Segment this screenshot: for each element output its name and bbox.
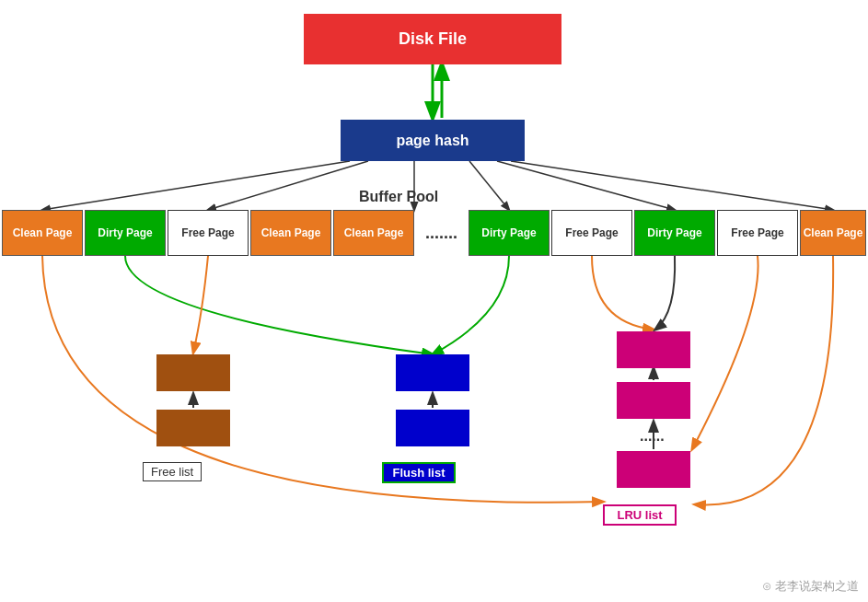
free-list-box-2: [156, 410, 230, 446]
page-dirty-3: Dirty Page: [634, 210, 715, 256]
svg-line-7: [511, 161, 833, 210]
lru-list-label: LRU list: [603, 504, 677, 526]
disk-file-box: Disk File: [304, 14, 561, 64]
svg-line-6: [497, 161, 675, 210]
page-free-3: Free Page: [717, 210, 798, 256]
page-clean-3: Clean Page: [333, 210, 414, 256]
free-list-label: Free list: [143, 462, 202, 481]
lru-list-box-1: [617, 331, 690, 368]
page-ellipsis-1: .......: [416, 210, 467, 256]
svg-line-3: [208, 161, 368, 210]
page-dirty-1: Dirty Page: [85, 210, 166, 256]
diagram: Disk File page hash Buffer Pool Clean Pa…: [0, 0, 868, 602]
flush-list-label: Flush list: [382, 462, 456, 483]
lru-list-box-3: [617, 451, 690, 488]
page-free-1: Free Page: [168, 210, 249, 256]
flush-list-box-2: [396, 410, 469, 446]
lru-ellipsis: ......: [640, 428, 665, 445]
page-hash-label: page hash: [396, 133, 469, 149]
svg-line-5: [469, 161, 509, 210]
page-clean-1: Clean Page: [2, 210, 83, 256]
free-list-box-1: [156, 354, 230, 391]
watermark: ⊙ 老李说架构之道: [762, 578, 859, 595]
lru-list-box-2: [617, 382, 690, 419]
buffer-pool-label: Buffer Pool: [359, 189, 438, 205]
page-dirty-2: Dirty Page: [469, 210, 550, 256]
page-hash-box: page hash: [341, 120, 525, 161]
page-free-2: Free Page: [551, 210, 632, 256]
disk-file-label: Disk File: [399, 29, 467, 49]
svg-line-2: [42, 161, 350, 210]
flush-list-box-1: [396, 354, 469, 391]
page-clean-2: Clean Page: [250, 210, 331, 256]
page-clean-4: Clean Page: [800, 210, 866, 256]
